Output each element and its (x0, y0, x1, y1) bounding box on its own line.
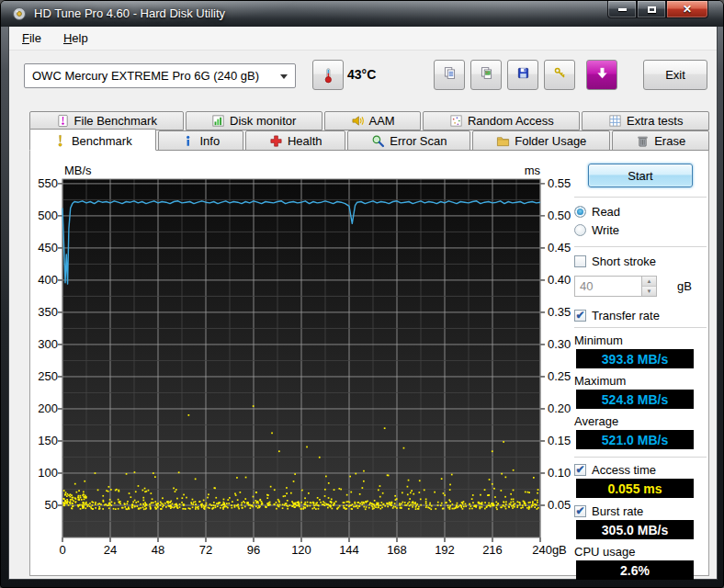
x-axis-tick-label: 240gB (522, 543, 577, 557)
minimize-button[interactable] (607, 1, 637, 18)
access-time-label: Access time (592, 463, 656, 477)
right-axis-title: ms (521, 164, 540, 177)
start-button[interactable]: Start (588, 164, 693, 187)
checkbox-unchecked-icon (574, 255, 586, 267)
title-bar[interactable]: HD Tune Pro 4.60 - Hard Disk Utility ✕ (1, 1, 723, 27)
control-panel: Start Read Write Short stroke 40 (574, 164, 707, 580)
left-axis-tick-label: 450 (30, 241, 58, 254)
tab-row-primary: BenchmarkInfoHealthError ScanFolder Usag… (29, 130, 709, 151)
menu-file[interactable]: File (13, 28, 51, 49)
divider (574, 246, 707, 247)
left-axis-tick-label: 50 (30, 498, 58, 512)
left-axis-tick-label: 400 (30, 273, 58, 287)
client-area: FileHelp OWC Mercury EXTREME Pro 6G (240… (8, 27, 718, 580)
tab-label: Error Scan (390, 134, 447, 148)
size-input[interactable]: 40 (574, 276, 642, 297)
menu-help[interactable]: Help (54, 28, 97, 49)
thermometer-icon (320, 67, 336, 84)
close-button[interactable]: ✕ (666, 1, 708, 18)
x-axis-tick-label: 168 (369, 543, 424, 557)
average-value-text: 521.0 MB/s (602, 433, 668, 447)
burst-rate-checkbox[interactable]: ✔ Burst rate (574, 504, 707, 518)
left-axis-tick-label: 550 (30, 176, 58, 190)
keys-icon (553, 66, 567, 84)
copy-text-button[interactable] (434, 60, 465, 90)
download-button[interactable] (586, 60, 617, 90)
tab-aam[interactable]: AAM (324, 111, 421, 130)
right-axis-tick-label: 0.35 (548, 305, 581, 319)
exit-button-label: Exit (665, 68, 685, 82)
tab-extra-tests[interactable]: Extra tests (582, 111, 709, 130)
access-time-checkbox[interactable]: ✔ Access time (574, 463, 707, 477)
right-axis-tick-label: 0.30 (548, 337, 581, 351)
aam-icon (351, 114, 365, 128)
exit-button[interactable]: Exit (643, 60, 707, 90)
save-icon (516, 66, 530, 84)
tab-row-secondary: File BenchmarkDisk monitorAAMRandom Acce… (29, 111, 709, 130)
tab-label: Health (288, 134, 322, 148)
x-axis-tick-label: 192 (417, 543, 472, 557)
average-label: Average (574, 414, 707, 428)
tab-file-benchmark[interactable]: File Benchmark (29, 111, 184, 130)
x-axis-tick-label: 0 (35, 543, 90, 557)
spin-up-button[interactable]: ▲ (642, 277, 656, 287)
minimum-value-text: 393.8 MB/s (602, 352, 668, 367)
tab-health[interactable]: Health (245, 130, 345, 151)
tab-label: Extra tests (627, 114, 683, 128)
save-button[interactable] (507, 60, 538, 90)
short-stroke-checkbox[interactable]: Short stroke (574, 254, 707, 268)
burst-rate-label: Burst rate (592, 504, 643, 518)
transfer-rate-label: Transfer rate (592, 309, 660, 322)
tab-folder-usage[interactable]: Folder Usage (472, 130, 610, 151)
right-axis-tick-label: 0.05 (548, 498, 581, 512)
x-axis-tick-label: 144 (322, 543, 377, 557)
x-axis-tick-label: 120 (274, 543, 329, 557)
left-axis-tick-label: 350 (30, 305, 58, 319)
access-time-value-text: 0.055 ms (607, 481, 662, 496)
spin-down-button[interactable]: ▼ (642, 287, 656, 296)
right-axis-tick-label: 0.45 (548, 241, 581, 254)
tab-benchmark[interactable]: Benchmark (29, 129, 156, 151)
random-access-icon (449, 114, 463, 128)
info-icon (181, 134, 195, 148)
options-button[interactable] (544, 60, 575, 90)
maximum-value-text: 524.8 MB/s (602, 392, 668, 407)
transfer-rate-checkbox[interactable]: ✔ Transfer rate (574, 309, 707, 322)
drive-selector[interactable]: OWC Mercury EXTREME Pro 6G (240 gB) (24, 63, 296, 88)
file-benchmark-icon (56, 114, 70, 128)
tab-label: Erase (654, 134, 685, 148)
tab-info[interactable]: Info (158, 130, 244, 151)
temperature-value: 43°C (347, 67, 376, 82)
burst-rate-value-text: 305.0 MB/s (602, 523, 668, 537)
tab-label: AAM (369, 114, 395, 128)
app-window: HD Tune Pro 4.60 - Hard Disk Utility ✕ F… (0, 0, 724, 588)
right-axis-tick-label: 0.20 (548, 401, 581, 415)
tab-error-scan[interactable]: Error Scan (347, 130, 470, 151)
benchmark-tab-page: MB/s ms Start Read Write (29, 150, 709, 576)
right-axis-tick-label: 0.10 (548, 466, 581, 480)
tab-erase[interactable]: Erase (612, 130, 709, 151)
left-axis-tick-label: 250 (30, 369, 58, 383)
x-axis-tick-label: 216 (465, 543, 520, 557)
start-button-label: Start (628, 169, 652, 183)
write-radio[interactable]: Write (574, 223, 707, 237)
tab-label: Benchmark (72, 134, 132, 148)
access-time-value: 0.055 ms (576, 479, 694, 498)
tab-random-access[interactable]: Random Access (423, 111, 580, 130)
app-icon (12, 6, 27, 21)
window-title: HD Tune Pro 4.60 - Hard Disk Utility (34, 6, 225, 20)
left-axis-tick-label: 200 (30, 401, 58, 415)
left-axis-tick-label: 100 (30, 466, 58, 480)
tab-label: Random Access (468, 114, 554, 128)
tab-disk-monitor[interactable]: Disk monitor (186, 111, 322, 130)
erase-icon (636, 134, 650, 148)
copy-image-button[interactable] (470, 60, 502, 90)
burst-rate-value: 305.0 MB/s (576, 520, 694, 539)
maximize-button[interactable] (637, 1, 666, 18)
read-radio[interactable]: Read (574, 205, 707, 219)
x-axis-tick-label: 96 (226, 543, 281, 557)
tab-label: File Benchmark (74, 114, 157, 128)
radio-unselected-icon (574, 224, 586, 236)
temperature-button[interactable] (312, 60, 344, 90)
left-axis-tick-label: 300 (30, 337, 58, 351)
